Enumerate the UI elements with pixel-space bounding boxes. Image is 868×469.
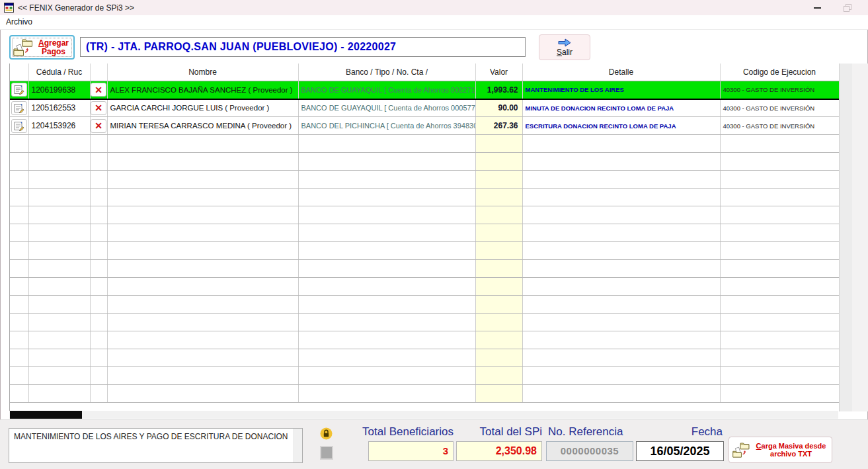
delete-row-button[interactable]: ✕ [91,119,106,133]
total-beneficiarios-label: Total Beneficiarios [331,425,454,439]
carga-masiva-label: Carga Masiva desdearchivo TXT [753,442,829,458]
empty-table-row[interactable] [10,278,839,296]
header-nombre: Nombre [107,64,298,81]
restore-icon [844,4,852,12]
delete-row-button[interactable]: ✕ [91,83,106,97]
app-icon [4,3,14,13]
entity-name-field[interactable]: (TR) - JTA. PARROQ.SAN JUAN (PUEBLOVIEJO… [80,37,526,57]
empty-table-row[interactable] [10,135,839,153]
empty-table-row[interactable] [10,260,839,278]
edit-row-icon [14,103,24,113]
add-payments-folders-icon [13,38,34,58]
edit-row-icon [14,121,24,131]
memo-scrollbar[interactable] [294,429,302,462]
agregar-pagos-button[interactable]: AgregarPagos [9,35,75,60]
minimize-icon [814,7,821,9]
window-title: << FENIX Generador de SPi3 >> [18,3,134,13]
minimize-button[interactable] [803,0,832,15]
carga-masiva-folders-icon [732,441,750,459]
edit-row-button[interactable] [11,83,27,97]
empty-table-row[interactable] [10,153,839,171]
horizontal-scrollbar-thumb[interactable] [10,411,82,419]
header-valor: Valor [475,64,522,81]
salir-button[interactable]: Salir [539,34,590,60]
grid-header-row: Cédula / Ruc Nombre Banco / Tipo / No. C… [10,64,839,81]
grid-body: 1206199638 ✕ ALEX FRANCISCO BAJAÑA SANCH… [10,81,839,403]
grid-vertical-scrollbar[interactable] [839,64,852,411]
empty-table-row[interactable] [10,224,839,242]
empty-table-row[interactable] [10,349,839,367]
menu-bar: Archivo [0,15,868,30]
total-spi-label: Total del SPi [456,425,542,439]
total-beneficiarios-value: 3 [368,441,454,461]
header-codigo: Codigo de Ejecucion [720,64,839,81]
payments-grid: Cédula / Ruc Nombre Banco / Tipo / No. C… [9,64,839,411]
salir-label: Salir [557,48,572,57]
empty-table-row[interactable] [10,367,839,385]
delete-x-icon: ✕ [95,103,102,112]
edit-row-button[interactable] [11,101,27,115]
edit-row-button[interactable] [11,119,27,133]
empty-table-row[interactable] [10,189,839,206]
empty-table-row[interactable] [10,242,839,260]
fecha-value[interactable]: 16/05/2025 [636,441,724,461]
delete-x-icon: ✕ [95,85,102,95]
table-row[interactable]: 1205162553 ✕ GARCIA CARCHI JORGUE LUIS (… [10,99,839,117]
header-detalle: Detalle [522,64,720,81]
edit-row-icon [14,85,24,95]
status-square[interactable] [320,446,333,460]
delete-x-icon: ✕ [95,121,102,130]
empty-table-row[interactable] [10,314,839,331]
table-row[interactable]: 1206199638 ✕ ALEX FRANCISCO BAJAÑA SANCH… [10,81,839,99]
no-referencia-label: No. Referencia [548,425,635,439]
empty-table-row[interactable] [10,206,839,224]
empty-table-row[interactable] [10,331,839,349]
grid-horizontal-scrollbar[interactable] [9,411,838,419]
restore-button[interactable] [833,0,863,15]
title-bar: << FENIX Generador de SPi3 >> [0,0,868,15]
empty-table-row[interactable] [10,385,839,403]
empty-table-row[interactable] [10,296,839,314]
agregar-pagos-label: AgregarPagos [36,39,71,56]
total-spi-value: 2,350.98 [456,441,542,461]
right-margin [852,64,868,411]
table-row[interactable]: 1204153926 ✕ MIRIAN TERESA CARRASCO MEDI… [10,117,839,135]
carga-masiva-button[interactable]: Carga Masiva desdearchivo TXT [729,437,832,463]
header-banco: Banco / Tipo / No. Cta / [298,64,475,81]
memo-overlay [9,428,303,463]
exit-arrow-icon [557,38,572,47]
header-row-selector [10,64,28,81]
header-delete [90,64,107,81]
empty-table-row[interactable] [10,171,839,189]
header-cedula: Cédula / Ruc [28,64,90,81]
delete-row-button[interactable]: ✕ [91,101,106,115]
fecha-label: Fecha [636,425,723,439]
menu-archivo[interactable]: Archivo [0,15,38,28]
no-referencia-value: 0000000035 [546,441,633,461]
